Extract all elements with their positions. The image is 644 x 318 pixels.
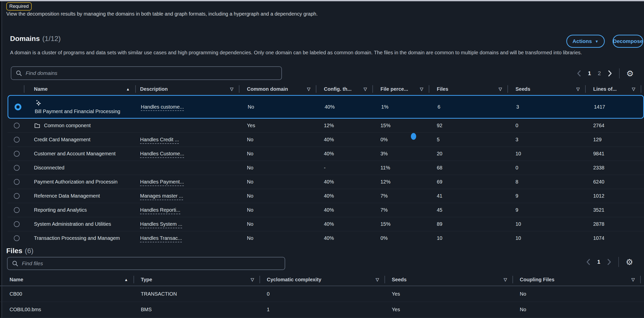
table-settings-gear-icon[interactable]: ⚙ [626, 69, 634, 78]
row-selection-cell [8, 133, 24, 147]
previous-page-icon[interactable] [577, 70, 581, 77]
domain-radio-button[interactable] [14, 151, 20, 157]
domain-radio-button[interactable] [14, 221, 20, 227]
domain-name: Disconnected [34, 165, 64, 171]
domain-description-link[interactable]: Handles Payment... [140, 179, 184, 185]
domain-radio-button[interactable] [14, 235, 20, 241]
previous-page-icon[interactable] [586, 259, 590, 265]
domain-table-row[interactable]: Transaction Processing and ManagemHandle… [8, 231, 644, 245]
domain-description-link[interactable]: Manages master ... [140, 193, 183, 199]
filter-icon[interactable]: ▽ [307, 86, 310, 92]
domain-description-link[interactable]: Handles Reporti... [140, 207, 180, 213]
column-header-cyclomatic-complexity[interactable]: Cyclomatic complexity▽ [260, 274, 385, 286]
domain-radio-button[interactable] [15, 104, 21, 110]
column-header-seeds[interactable]: Seeds▽ [508, 83, 586, 95]
column-header-name[interactable]: Name▲ [24, 83, 136, 95]
lines-of-code-cell: 3521 [586, 203, 641, 217]
domain-table-row[interactable]: Credit Card ManagementHandles Credit ...… [8, 132, 644, 147]
domain-table-row[interactable]: DisconnectedNo-11%6802338 [8, 161, 644, 175]
next-page-icon[interactable] [608, 70, 612, 77]
filter-icon[interactable]: ▽ [251, 277, 254, 282]
file-percentage-cell: 12% [373, 175, 429, 189]
domains-search-input[interactable] [22, 70, 281, 76]
seeds-count-cell: 8 [508, 175, 586, 189]
domain-description-link[interactable]: Handles Custome... [140, 151, 184, 157]
domain-name: Reporting and Analytics [34, 207, 87, 213]
file-table-row[interactable]: COBIL00.bmsBMS1YesNo [0, 302, 644, 317]
filter-icon[interactable]: ▽ [576, 86, 580, 92]
seeds-count-cell: 10 [508, 217, 586, 231]
file-percentage-cell: 0% [373, 231, 429, 245]
filter-icon[interactable]: ▽ [420, 86, 423, 92]
pagination-divider [619, 68, 620, 78]
actions-button[interactable]: Actions ▼ [566, 35, 605, 48]
file-table-row[interactable]: CB00TRANSACTION0YesNo [0, 286, 644, 302]
domain-table-row[interactable]: Common componentYes12%15%9202764 [8, 119, 644, 132]
config-threshold-cell: 12% [316, 119, 373, 132]
row-spacer [641, 161, 644, 175]
column-header-file-perce[interactable]: File perce...▽ [373, 83, 429, 95]
next-page-icon[interactable] [607, 259, 612, 265]
files-count-cell: 5 [429, 133, 508, 147]
column-header-label: Description [140, 86, 228, 92]
domain-table-row[interactable]: Customer and Account ManagementHandles C… [8, 147, 644, 161]
file-seeds-cell: Yes [385, 286, 513, 302]
column-header-files[interactable]: Files▽ [429, 83, 508, 95]
page-number-1[interactable]: 1 [597, 259, 600, 265]
domain-table-row[interactable]: Reporting and AnalyticsHandles Reporti..… [8, 203, 644, 217]
files-search-input[interactable] [18, 260, 285, 266]
common-domain-cell: No [239, 231, 316, 245]
column-header-label: Common domain [247, 86, 305, 92]
domains-table: Name▲Description▽Common domain▽Config. t… [8, 83, 644, 245]
column-header-name[interactable]: Name▲ [0, 274, 134, 286]
page-number-2[interactable]: 2 [598, 70, 601, 77]
filter-icon[interactable]: ▽ [632, 86, 635, 92]
domain-table-row[interactable]: System Administration and UtilitiesHandl… [8, 217, 644, 231]
config-threshold-cell: 40% [316, 203, 373, 217]
column-header-common-domain[interactable]: Common domain▽ [239, 83, 316, 95]
domain-description-link[interactable]: Handles Transac... [140, 235, 182, 241]
column-header-config-th[interactable]: Config. th...▽ [316, 83, 373, 95]
column-header-label: Type [141, 277, 249, 283]
column-header-lines-of[interactable]: Lines of...▽ [586, 83, 641, 95]
domain-table-row[interactable]: Reference Data ManagementManages master … [8, 189, 644, 203]
filter-icon[interactable]: ▽ [230, 86, 233, 92]
column-header-seeds[interactable]: Seeds▽ [385, 274, 513, 286]
domain-radio-button[interactable] [14, 207, 20, 213]
domain-name-cell: Bill Payment and Financial Processing [25, 96, 137, 118]
header-spacer [641, 83, 644, 95]
domain-radio-button[interactable] [14, 193, 20, 199]
domain-radio-button[interactable] [14, 165, 20, 171]
filter-icon[interactable]: ▽ [631, 277, 635, 282]
domain-description-link[interactable]: Handles custome... [141, 104, 184, 110]
filter-icon[interactable]: ▽ [504, 277, 507, 282]
domain-radio-button[interactable] [14, 123, 20, 128]
column-header-label: Name [10, 277, 122, 283]
domain-description-link[interactable]: Handles Credit ... [140, 137, 179, 143]
page-number-1[interactable]: 1 [588, 70, 591, 77]
table-settings-gear-icon[interactable]: ⚙ [626, 258, 633, 266]
file-percentage-cell: 3% [373, 147, 429, 161]
filter-icon[interactable]: ▽ [376, 277, 379, 282]
domain-radio-button[interactable] [14, 179, 20, 185]
column-header-type[interactable]: Type▽ [134, 274, 260, 286]
domain-name: Common component [44, 123, 91, 128]
cyclomatic-complexity-cell: 0 [260, 286, 385, 302]
domain-table-row[interactable]: Payment Authorization and ProcessinHandl… [8, 175, 644, 189]
config-threshold-cell: 40% [316, 147, 373, 161]
domain-description-cell: Handles System ... [136, 217, 239, 231]
filter-icon[interactable]: ▽ [499, 86, 502, 92]
filter-icon[interactable]: ▽ [364, 86, 367, 92]
domain-table-row[interactable]: Bill Payment and Financial ProcessingHan… [8, 95, 644, 119]
decompose-button[interactable]: Decompose [613, 35, 643, 48]
lines-of-code-cell: 1074 [586, 231, 641, 245]
header-spacer [641, 274, 644, 286]
domain-radio-button[interactable] [14, 137, 20, 143]
domain-name-cell: Customer and Account Management [24, 147, 136, 161]
cyclomatic-complexity-cell: 1 [260, 302, 385, 317]
column-header-description[interactable]: Description▽ [136, 83, 239, 95]
domain-description-link[interactable]: Handles System ... [140, 221, 182, 227]
row-selection-cell [8, 147, 24, 161]
lines-of-code-cell: 2338 [586, 161, 641, 175]
column-header-coupling-files[interactable]: Coupling Files▽ [513, 274, 641, 286]
